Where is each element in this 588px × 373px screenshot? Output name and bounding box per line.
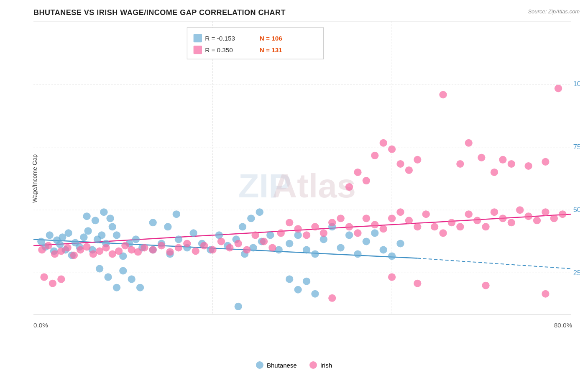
svg-point-178: [405, 166, 413, 174]
svg-point-162: [439, 229, 447, 237]
svg-point-119: [49, 280, 56, 287]
svg-point-50: [100, 208, 107, 216]
svg-text:50.0%: 50.0%: [573, 206, 580, 213]
svg-point-129: [217, 238, 225, 245]
svg-point-164: [456, 223, 464, 230]
svg-point-127: [200, 242, 208, 249]
svg-point-128: [209, 246, 216, 253]
svg-point-180: [456, 160, 464, 168]
legend-label-irish: Irish: [320, 362, 332, 369]
svg-text:75.0%: 75.0%: [573, 143, 580, 151]
svg-point-92: [303, 278, 310, 285]
svg-point-121: [149, 246, 157, 253]
svg-point-179: [414, 156, 421, 164]
legend-container: Bhutanese Irish: [256, 361, 332, 369]
svg-point-189: [388, 273, 396, 281]
svg-point-154: [371, 152, 378, 159]
svg-point-188: [555, 84, 562, 92]
svg-point-183: [491, 169, 498, 176]
svg-point-126: [192, 247, 199, 255]
svg-point-157: [354, 169, 361, 176]
svg-point-113: [115, 247, 123, 255]
svg-point-124: [175, 244, 182, 251]
svg-text:R = -0.153: R = -0.153: [205, 35, 235, 42]
svg-line-24: [417, 258, 571, 269]
svg-point-89: [396, 240, 404, 247]
svg-point-60: [164, 223, 171, 230]
svg-point-88: [388, 252, 396, 260]
svg-point-101: [38, 246, 46, 253]
svg-point-158: [363, 177, 370, 184]
svg-point-140: [311, 223, 319, 230]
svg-point-52: [83, 212, 90, 220]
legend-dot-blue: [256, 361, 263, 369]
svg-point-39: [84, 227, 92, 235]
svg-point-185: [508, 160, 515, 168]
svg-point-100: [113, 284, 120, 291]
svg-point-168: [491, 208, 498, 216]
svg-point-190: [414, 280, 421, 287]
svg-point-79: [311, 250, 319, 258]
svg-point-175: [550, 215, 558, 222]
svg-text:N = 106: N = 106: [260, 35, 282, 42]
svg-point-187: [542, 158, 549, 166]
chart-container: BHUTANESE VS IRISH WAGE/INCOME GAP CORRE…: [0, 0, 588, 373]
svg-point-117: [141, 244, 148, 251]
svg-point-98: [96, 265, 103, 273]
legend-item-bhutanese: Bhutanese: [256, 361, 297, 369]
svg-point-73: [239, 223, 246, 230]
svg-point-83: [345, 231, 353, 239]
svg-point-159: [345, 183, 353, 191]
svg-text:100.0%: 100.0%: [573, 80, 580, 88]
svg-point-28: [46, 231, 54, 239]
svg-point-53: [92, 217, 99, 224]
svg-point-174: [542, 208, 549, 216]
svg-point-38: [80, 233, 87, 241]
svg-point-151: [405, 217, 413, 224]
svg-rect-20: [194, 46, 202, 54]
svg-point-34: [64, 229, 72, 237]
svg-point-108: [83, 243, 90, 250]
svg-text:0.0%: 0.0%: [33, 322, 48, 329]
svg-point-150: [396, 208, 404, 216]
svg-point-45: [113, 231, 120, 239]
svg-point-136: [277, 229, 285, 237]
svg-rect-16: [187, 28, 324, 59]
legend-label-bhutanese: Bhutanese: [267, 362, 297, 369]
svg-point-131: [235, 240, 242, 247]
svg-point-51: [106, 215, 114, 222]
svg-point-59: [149, 219, 157, 226]
chart-area: Wage/Income Gap 25.0% 50.0% 75.0% 100.0%…: [33, 21, 580, 336]
svg-point-90: [286, 276, 293, 283]
legend-item-irish: Irish: [309, 361, 332, 369]
svg-point-99: [104, 273, 112, 281]
svg-point-184: [499, 156, 506, 164]
svg-point-181: [465, 139, 473, 147]
svg-point-62: [189, 229, 197, 237]
svg-point-177: [396, 160, 404, 168]
y-axis-label: Wage/Income Gap: [31, 154, 38, 203]
svg-point-111: [102, 244, 110, 251]
svg-point-57: [175, 235, 182, 243]
svg-text:80.0%: 80.0%: [554, 322, 572, 329]
svg-point-86: [371, 229, 378, 237]
svg-point-93: [311, 290, 319, 298]
svg-point-138: [294, 225, 302, 232]
svg-point-193: [328, 294, 336, 302]
svg-point-153: [422, 210, 430, 218]
svg-point-176: [559, 210, 566, 218]
svg-point-155: [379, 139, 387, 147]
svg-point-122: [158, 242, 165, 249]
svg-point-42: [98, 231, 105, 239]
svg-point-142: [328, 219, 336, 226]
svg-point-91: [294, 286, 302, 294]
svg-point-94: [119, 267, 127, 275]
svg-point-74: [247, 215, 255, 222]
svg-point-118: [40, 273, 48, 281]
svg-point-167: [482, 223, 489, 230]
svg-point-166: [473, 217, 481, 224]
svg-point-139: [303, 231, 310, 239]
svg-point-186: [524, 162, 532, 170]
svg-text:25.0%: 25.0%: [573, 269, 580, 276]
svg-text:N = 131: N = 131: [260, 46, 282, 54]
